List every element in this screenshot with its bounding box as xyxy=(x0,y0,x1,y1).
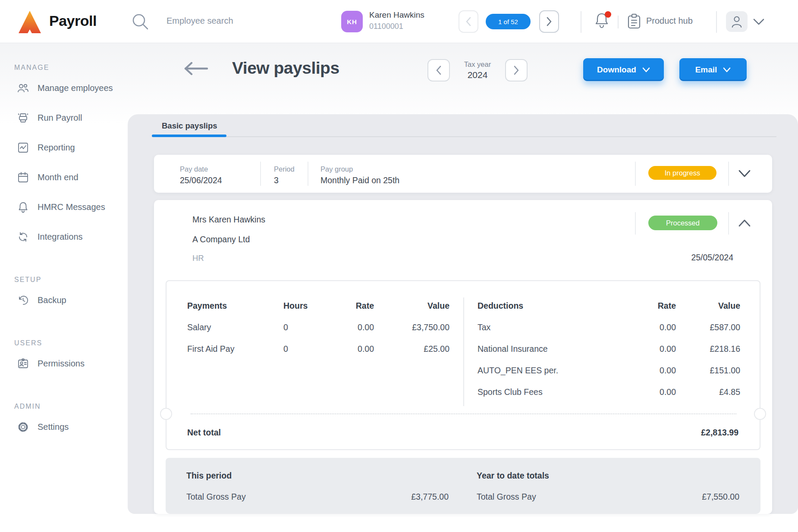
divider xyxy=(260,162,261,186)
search-icon[interactable] xyxy=(131,13,149,31)
tax-year-next-button[interactable] xyxy=(505,59,528,81)
avatar-initials: KH xyxy=(347,18,357,25)
cell: First Aid Pay xyxy=(187,344,283,354)
divider xyxy=(728,162,729,186)
deductions-header-row: Deductions Rate Value xyxy=(478,295,740,316)
gear-icon xyxy=(17,421,29,433)
totals-section: This period Year to date totals Total Gr… xyxy=(166,458,760,514)
chevron-left-icon xyxy=(436,66,442,75)
divider xyxy=(635,162,636,186)
net-total-label: Net total xyxy=(187,428,221,438)
cell: 0.00 xyxy=(607,366,676,376)
people-icon xyxy=(17,82,29,94)
pay-group-value: Monthly Paid on 25th xyxy=(320,175,399,185)
employee-avatar[interactable]: KH xyxy=(341,11,363,32)
bell-icon xyxy=(17,201,29,213)
sidebar-item-backup[interactable]: Backup xyxy=(0,285,128,315)
tax-year-previous-button[interactable] xyxy=(427,59,450,81)
chevron-down-icon xyxy=(642,67,650,72)
table-divider xyxy=(463,297,464,406)
cell: 0.00 xyxy=(607,344,676,354)
calendar-icon xyxy=(17,172,29,183)
payments-row: First Aid Pay 0 0.00 £25.00 xyxy=(187,338,449,360)
product-hub-icon xyxy=(626,13,642,30)
download-button-label: Download xyxy=(597,65,636,75)
divider xyxy=(618,16,619,28)
sidebar-item-month-end[interactable]: Month end xyxy=(0,163,128,192)
sidebar-item-label: Permissions xyxy=(38,359,85,369)
spacer xyxy=(0,315,128,339)
sidebar-item-label: Integrations xyxy=(38,232,83,242)
back-button[interactable] xyxy=(183,62,209,75)
sidebar-item-hmrc-messages[interactable]: HMRC Messages xyxy=(0,192,128,222)
email-button[interactable]: Email xyxy=(679,58,747,81)
sidebar-item-permissions[interactable]: Permissions xyxy=(0,349,128,379)
col-header: Value xyxy=(676,301,740,311)
notifications-button[interactable] xyxy=(594,12,611,31)
payments-table: Payments Hours Rate Value Salary 0 0.00 … xyxy=(187,295,449,360)
perforation-divider xyxy=(191,413,736,414)
this-period-title: This period xyxy=(186,471,232,481)
divider xyxy=(581,11,581,33)
sidebar-section-setup: SETUP xyxy=(14,276,128,285)
collapse-payslip-chevron-up-icon[interactable] xyxy=(737,217,752,228)
download-button[interactable]: Download xyxy=(583,58,664,81)
deductions-row: National Insurance 0.00 £218.16 xyxy=(478,338,740,360)
employee-name: Karen Hawkins xyxy=(369,10,424,20)
col-header: Deductions xyxy=(478,301,607,311)
sidebar-section-manage: MANAGE xyxy=(14,64,128,72)
divider xyxy=(308,162,308,186)
cell: £151.00 xyxy=(676,366,740,376)
period-value: 3 xyxy=(274,175,279,185)
ytd-gross-value: £7,550.00 xyxy=(702,492,739,502)
cell: National Insurance xyxy=(478,344,607,354)
chevron-left-icon xyxy=(465,17,471,26)
deductions-row: Sports Club Fees 0.00 £4.85 xyxy=(478,381,740,403)
cell: 0.00 xyxy=(607,387,676,397)
payrun-status-badge: In progress xyxy=(648,166,716,180)
expand-payrun-chevron-down-icon[interactable] xyxy=(737,168,752,179)
next-employee-button[interactable] xyxy=(539,10,559,33)
tab-active-indicator xyxy=(152,135,226,137)
tab-divider xyxy=(152,136,776,137)
top-bar: Payroll Employee search KH Karen Hawkins… xyxy=(0,0,798,43)
payroll-printer-icon xyxy=(17,112,29,124)
cell: 0.00 xyxy=(607,322,676,332)
brand-logo-icon xyxy=(18,10,41,34)
sidebar-item-run-payroll[interactable]: Run Payroll xyxy=(0,103,128,133)
chevron-right-icon xyxy=(546,17,552,26)
sync-icon xyxy=(17,231,29,243)
page-title: View payslips xyxy=(232,59,339,78)
col-header: Rate xyxy=(607,301,676,311)
payslip-department: HR xyxy=(192,253,204,263)
payslip-status-badge: Processed xyxy=(648,216,717,230)
sidebar-item-label: Month end xyxy=(38,172,79,182)
payslip-company: A Company Ltd xyxy=(192,235,250,244)
net-total-value: £2,813.99 xyxy=(701,428,738,438)
sidebar-section-users: USERS xyxy=(14,339,128,348)
sidebar-item-settings[interactable]: Settings xyxy=(0,412,128,442)
sidebar-item-label: Manage employees xyxy=(38,83,113,93)
pay-date-label: Pay date xyxy=(180,165,208,173)
tab-basic-payslips[interactable]: Basic payslips xyxy=(162,121,217,131)
cell: Salary xyxy=(187,322,283,332)
employee-id: 01100001 xyxy=(369,22,403,31)
deductions-table: Deductions Rate Value Tax 0.00 £587.00 N… xyxy=(478,295,740,403)
sidebar-item-reporting[interactable]: Reporting xyxy=(0,133,128,163)
employee-search-input[interactable]: Employee search xyxy=(167,16,233,26)
previous-employee-button[interactable] xyxy=(459,10,478,33)
sidebar-item-label: Settings xyxy=(38,422,69,432)
sidebar-item-manage-employees[interactable]: Manage employees xyxy=(0,73,128,103)
tax-year-label: Tax year xyxy=(450,60,505,69)
spacer xyxy=(0,252,128,276)
payslip-employee-name: Mrs Karen Hawkins xyxy=(192,215,265,225)
account-button[interactable] xyxy=(726,11,748,32)
cell: 0.00 xyxy=(322,322,374,332)
chevron-down-icon xyxy=(723,67,731,72)
account-chevron-down-icon[interactable] xyxy=(752,16,765,27)
period-label: Period xyxy=(274,165,295,173)
product-hub-link[interactable]: Product hub xyxy=(646,16,693,26)
tax-year-value: 2024 xyxy=(450,70,505,80)
sidebar-item-integrations[interactable]: Integrations xyxy=(0,222,128,252)
payrun-summary-card[interactable]: Pay date 25/06/2024 Period 3 Pay group M… xyxy=(154,155,772,193)
